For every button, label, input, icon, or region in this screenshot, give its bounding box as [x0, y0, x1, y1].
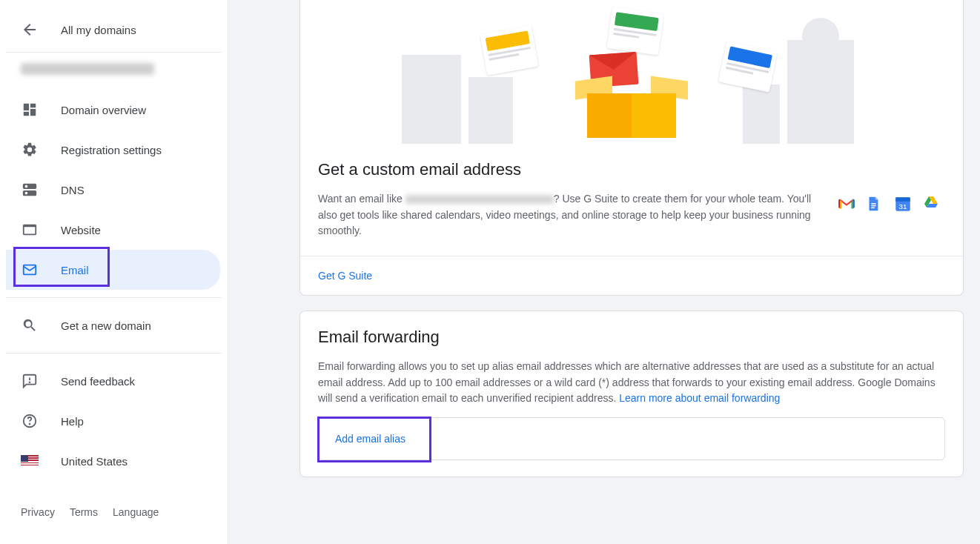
learn-more-link[interactable]: Learn more about email forwarding: [619, 392, 780, 404]
gmail-icon: [837, 194, 856, 213]
footer-terms-link[interactable]: Terms: [70, 506, 98, 518]
flag-us-icon: [21, 452, 39, 470]
sidebar-item-website[interactable]: Website: [6, 210, 220, 250]
card-email-forwarding: Email forwarding Email forwarding allows…: [299, 311, 964, 477]
help-icon: [21, 412, 39, 430]
forwarding-description: Email forwarding allows you to set up al…: [318, 359, 945, 407]
svg-rect-7: [871, 208, 875, 208]
gsuite-title: Get a custom email address: [318, 160, 945, 179]
sidebar: All my domains Domain overview Registrat…: [0, 0, 228, 544]
calendar-icon: 31: [893, 194, 913, 213]
nav-label: Domain overview: [61, 104, 146, 116]
feedback-icon: [21, 372, 39, 390]
nav-label: Help: [61, 415, 84, 428]
back-to-domains[interactable]: All my domains: [6, 13, 228, 52]
footer-links: Privacy Terms Language: [6, 481, 228, 518]
alias-row: Add email alias: [318, 417, 945, 460]
back-label: All my domains: [61, 24, 136, 36]
nav-label: United States: [61, 455, 128, 468]
add-email-alias-button[interactable]: Add email alias: [319, 418, 422, 460]
sidebar-item-dns[interactable]: DNS: [6, 170, 220, 210]
divider: [6, 353, 222, 354]
nav-label: DNS: [61, 184, 85, 196]
main-content: Get a custom email address Want an email…: [228, 0, 980, 544]
sidebar-item-registration[interactable]: Registration settings: [6, 130, 220, 170]
illustration-inbox: [300, 0, 963, 144]
docs-icon: [865, 194, 884, 213]
email-icon: [21, 261, 39, 279]
sidebar-item-new-domain[interactable]: Get a new domain: [6, 305, 220, 345]
gsuite-app-icons: 31: [837, 191, 945, 213]
domain-name-redacted: [21, 63, 154, 75]
sidebar-item-locale[interactable]: United States: [6, 441, 220, 481]
nav-label: Registration settings: [61, 144, 162, 156]
nav-label: Send feedback: [61, 375, 135, 388]
svg-point-4: [30, 424, 30, 425]
arrow-back-icon: [21, 21, 39, 39]
nav-label: Website: [61, 224, 101, 236]
footer-privacy-link[interactable]: Privacy: [21, 506, 55, 518]
nav-label: Get a new domain: [61, 319, 151, 332]
dashboard-icon: [21, 101, 39, 119]
svg-text:31: 31: [899, 202, 907, 210]
sidebar-item-help[interactable]: Help: [6, 401, 220, 441]
get-gsuite-button[interactable]: Get G Suite: [318, 267, 372, 285]
card-gsuite: Get a custom email address Want an email…: [299, 0, 964, 296]
sidebar-item-overview[interactable]: Domain overview: [6, 90, 220, 130]
gear-icon: [21, 141, 39, 159]
nav-label: Email: [61, 264, 89, 276]
forwarding-title: Email forwarding: [318, 328, 945, 347]
svg-rect-6: [871, 205, 875, 206]
web-browser-icon: [21, 221, 39, 239]
divider: [6, 52, 222, 53]
drive-icon: [921, 194, 941, 213]
svg-rect-9: [895, 197, 910, 201]
dns-server-icon: [21, 181, 39, 199]
sidebar-item-feedback[interactable]: Send feedback: [6, 361, 220, 401]
primary-nav: Domain overview Registration settings DN…: [6, 85, 228, 290]
gsuite-description: Want an email like ? Use G Suite to crea…: [318, 191, 815, 239]
search-icon: [21, 316, 39, 334]
svg-rect-5: [871, 203, 875, 204]
sidebar-item-email[interactable]: Email: [6, 250, 220, 290]
footer-language-link[interactable]: Language: [113, 506, 159, 518]
divider: [6, 297, 222, 298]
svg-point-2: [30, 382, 30, 382]
redacted-email: [405, 195, 554, 204]
